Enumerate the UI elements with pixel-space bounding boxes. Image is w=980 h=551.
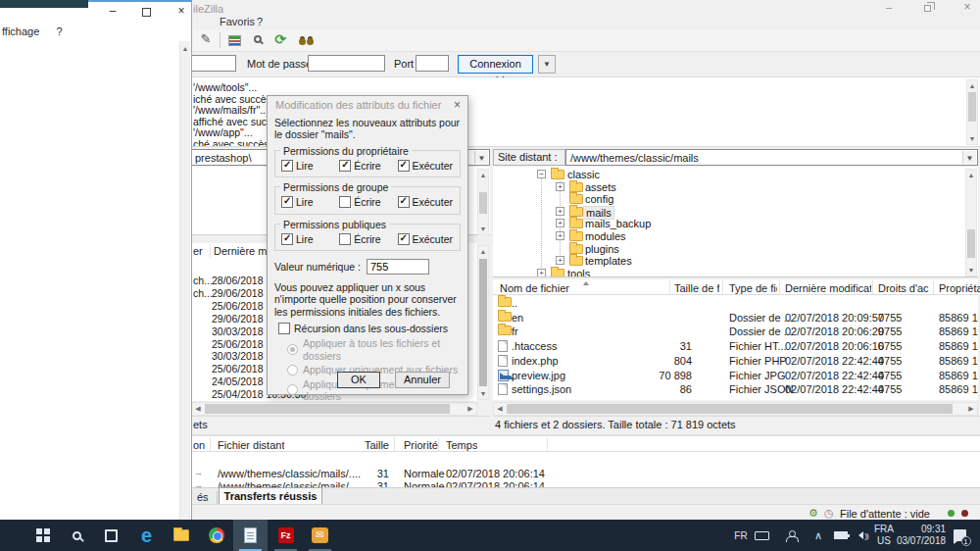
queue-header-size[interactable]: Taille xyxy=(348,439,389,451)
tree-label[interactable]: assets xyxy=(583,181,618,193)
tree-label[interactable]: modules xyxy=(583,230,628,242)
tray-language[interactable]: FRAUS xyxy=(871,520,897,551)
expander-icon[interactable]: + xyxy=(556,207,564,216)
scroll-right-icon[interactable]: ▶ xyxy=(465,403,476,415)
tray-people[interactable] xyxy=(781,520,801,551)
expander-icon[interactable]: + xyxy=(556,219,564,227)
remote-tree-pane[interactable]: −classic+assetsconfig+mails+mails_backup… xyxy=(493,167,978,277)
scroll-up-icon[interactable]: ▲ xyxy=(478,246,488,257)
remote-file-list[interactable]: ..enDossier de ...02/07/2018 20:09:57075… xyxy=(493,279,978,400)
recursion-checkbox[interactable] xyxy=(278,323,290,334)
header-size[interactable]: Taille de fi... xyxy=(674,282,719,294)
queue-header-file[interactable]: Fichier distant xyxy=(218,439,284,451)
table-row[interactable]: enDossier de ...02/07/2018 20:09:5707558… xyxy=(493,311,978,325)
np-menu-help[interactable]: ? xyxy=(56,25,62,37)
local-header-modified[interactable]: Dernière m xyxy=(214,245,267,257)
tray-clock[interactable]: 09:3103/07/2018 xyxy=(897,520,946,551)
tree-label[interactable]: plugins xyxy=(583,243,621,255)
tab-successful-transfers[interactable]: Transferts réussis (150) xyxy=(219,487,322,504)
tray-lang-short[interactable]: FR xyxy=(731,520,751,551)
table-row[interactable]: index.php804Fichier PHP02/07/2018 22:42:… xyxy=(493,354,978,368)
scroll-left-icon[interactable]: ◀ xyxy=(192,403,204,415)
table-row[interactable]: settings.json86Fichier JSON02/07/2018 22… xyxy=(493,382,978,396)
header-type[interactable]: Type de fic... xyxy=(729,282,777,294)
tree-label[interactable]: templates xyxy=(583,255,634,267)
scroll-left-icon[interactable]: ◀ xyxy=(494,403,506,415)
start-button[interactable] xyxy=(25,520,60,551)
scroll-down-icon[interactable]: ▼ xyxy=(478,388,488,399)
host-input[interactable] xyxy=(191,55,236,72)
taskbar-explorer[interactable] xyxy=(164,520,198,551)
password-input[interactable] xyxy=(308,55,385,72)
table-row[interactable]: frDossier de ...02/07/2018 20:06:2907558… xyxy=(493,325,978,338)
np-scrollbar[interactable]: ▲ xyxy=(179,41,190,520)
scroll-up-icon[interactable]: ▲ xyxy=(967,80,977,91)
expander-icon[interactable]: + xyxy=(556,231,564,240)
taskbar-filezilla[interactable]: Fz xyxy=(269,520,303,551)
checkbox[interactable] xyxy=(398,160,410,172)
fz-minimize-button[interactable]: – xyxy=(872,0,906,16)
checkbox[interactable] xyxy=(281,160,293,172)
checkbox[interactable] xyxy=(398,233,410,245)
tray-chevron[interactable]: ∧ xyxy=(809,520,827,551)
np-close-button[interactable]: × xyxy=(167,4,196,21)
radio-button[interactable] xyxy=(287,344,298,355)
search-icon[interactable] xyxy=(291,31,313,50)
tree-item[interactable]: +tools xyxy=(493,268,978,277)
scroll-right-icon[interactable]: ▶ xyxy=(965,403,977,415)
quickconnect-dropdown[interactable]: ▼ xyxy=(538,55,556,74)
tray-battery[interactable] xyxy=(830,520,852,551)
checkbox[interactable] xyxy=(281,233,293,245)
cancel-button[interactable]: Annuler xyxy=(395,372,450,388)
taskbar-mail[interactable]: ✉ xyxy=(303,520,337,551)
scroll-down-icon[interactable]: ▼ xyxy=(478,224,488,234)
queue-header-time[interactable]: Temps xyxy=(446,439,477,451)
task-view-button[interactable] xyxy=(94,520,128,551)
remote-hscrollbar[interactable]: ◀ ▶ xyxy=(493,402,978,416)
scroll-down-icon[interactable]: ▼ xyxy=(967,133,977,144)
tree-label[interactable]: classic xyxy=(565,169,602,180)
refresh-icon[interactable]: ⟳ xyxy=(270,31,291,50)
scroll-up-icon[interactable]: ▲ xyxy=(966,170,976,180)
tray-keyboard[interactable] xyxy=(751,520,772,551)
tab-failed-transfers[interactable]: és xyxy=(191,491,218,505)
checkbox[interactable] xyxy=(339,233,351,245)
radio-button[interactable] xyxy=(287,365,298,376)
tray-volume[interactable]: )) xyxy=(852,520,871,551)
menu-help[interactable]: ? xyxy=(257,16,263,27)
expander-icon[interactable]: + xyxy=(556,182,564,191)
taskbar-chrome[interactable] xyxy=(199,520,233,551)
np-minimize-button[interactable]: – xyxy=(98,4,127,21)
queue-header[interactable]: on Fichier distant Taille Priorité Temps xyxy=(191,434,980,452)
checkbox[interactable] xyxy=(339,196,351,208)
scroll-up-icon[interactable]: ▲ xyxy=(478,170,488,180)
remote-path-combo[interactable]: /www/themes/classic/mails ▼ xyxy=(565,149,978,166)
quickconnect-button[interactable]: Connexion rapide xyxy=(458,55,533,74)
header-modified[interactable]: Dernière modification xyxy=(785,282,871,294)
header-name[interactable]: Nom de fichier xyxy=(500,282,569,294)
remote-tree-scrollbar[interactable]: ▲ ▼ xyxy=(965,169,977,276)
filter-icon[interactable] xyxy=(247,31,269,50)
log-scrollbar[interactable]: ▲ ▼ xyxy=(966,79,978,145)
tree-label[interactable]: config xyxy=(583,193,615,205)
local-header-type[interactable]: er xyxy=(193,245,203,257)
chevron-down-icon[interactable]: ▼ xyxy=(962,151,976,164)
queue-header-priority[interactable]: Priorité xyxy=(404,439,438,451)
tree-item[interactable]: +mails_backup xyxy=(493,218,978,230)
tree-item[interactable]: +mails xyxy=(493,206,978,219)
tree-label[interactable]: tools xyxy=(565,268,592,277)
queue-rows[interactable]: →/www/themes/classic/mails/....31Normale… xyxy=(191,452,980,487)
scroll-up-icon[interactable]: ▲ xyxy=(180,43,190,54)
queue-row[interactable]: →/www/themes/classic/mails/....31Normale… xyxy=(191,468,980,480)
taskbar-search[interactable] xyxy=(60,520,94,551)
tree-item[interactable]: config xyxy=(493,193,978,206)
menu-favoris[interactable]: Favoris xyxy=(220,16,255,27)
np-menu-affichage[interactable]: ffichage xyxy=(2,25,39,37)
expander-icon[interactable]: − xyxy=(537,170,546,178)
ok-button[interactable]: OK xyxy=(337,372,380,388)
expander-icon[interactable]: + xyxy=(537,269,546,277)
queue-row[interactable]: →/www/themes/classic/mails/....31Normale… xyxy=(191,480,980,487)
chevron-down-icon[interactable]: ▼ xyxy=(474,151,488,164)
np-maximize-button[interactable] xyxy=(142,8,151,17)
taskbar-notepad[interactable] xyxy=(233,520,268,551)
